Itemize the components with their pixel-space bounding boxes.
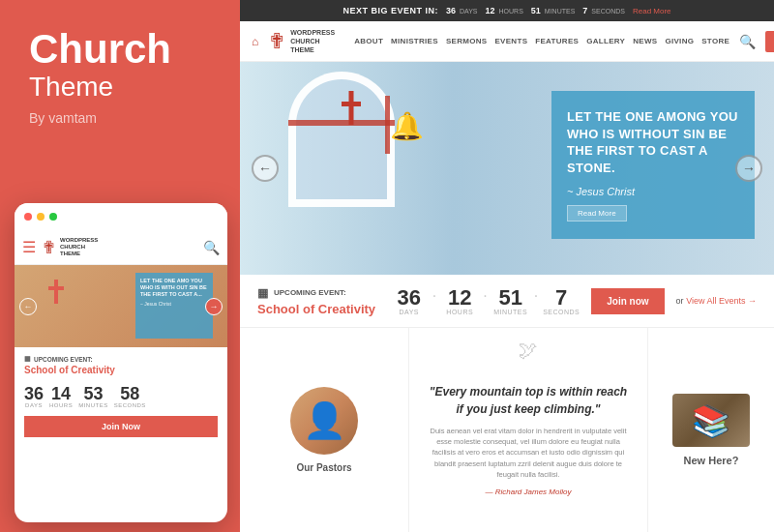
dot-red (24, 213, 32, 221)
top-bar-minutes: 51 MINUTES (531, 6, 576, 15)
top-bar-hours: 12 HOURS (486, 6, 523, 15)
mobile-event-section: ▦ UPCOMING EVENT: School of Creativity (15, 347, 227, 379)
event-label: UPCOMING EVENT: (274, 288, 346, 297)
nav-ministries[interactable]: MINISTRIES (391, 37, 438, 45)
bottom-section: 👤 Our Pastors 🕊 "Every mountain top is w… (240, 328, 774, 532)
mobile-logo-text: WORDPRESS CHURCH THEME (60, 237, 98, 258)
left-panel: Church Theme By vamtam ☰ ✟ WORDPRESS CHU… (0, 0, 240, 532)
calendar-icon: ▦ (24, 355, 31, 363)
join-button[interactable]: Join now (591, 288, 664, 314)
hero-quote-text: LET THE ONE AMONG YOU WHO IS WITHOUT SIN… (567, 108, 739, 176)
mobile-event-label: ▦ UPCOMING EVENT: (24, 355, 218, 363)
right-panel: NEXT BIG EVENT IN: 36 DAYS 12 HOURS 51 M… (240, 0, 774, 532)
count-seconds: 7 SECONDS (543, 287, 580, 315)
hero-quote-author: ~ Jesus Christ (567, 186, 739, 197)
nav-news[interactable]: NEWS (633, 37, 657, 45)
mobile-search-icon[interactable]: 🔍 (203, 240, 220, 255)
donate-button[interactable]: Donate (765, 31, 774, 52)
nav-logo-text: WORDPRESS CHURCH THEME (290, 28, 335, 54)
count-hours: 12 HOURS (441, 287, 478, 315)
mobile-count-seconds: 58 SECONDS (114, 385, 146, 408)
hero-prev-button[interactable]: ← (252, 155, 279, 182)
calendar-icon: ▦ (257, 286, 268, 300)
nav-store[interactable]: STORE (701, 37, 729, 45)
new-here-label: New Here? (684, 455, 739, 466)
mobile-mockup: ☰ ✟ WORDPRESS CHURCH THEME 🔍 ← LET THE O… (15, 203, 227, 522)
mobile-quote-text: LET THE ONE AMO YOU WHO IS WITH OUT SIN … (140, 278, 208, 298)
mobile-logo: ✟ WORDPRESS CHURCH THEME (42, 237, 98, 258)
top-bar: NEXT BIG EVENT IN: 36 DAYS 12 HOURS 51 M… (240, 0, 774, 21)
event-label-row: ▦ UPCOMING EVENT: (257, 286, 391, 300)
nav-gallery[interactable]: GALLERY (586, 37, 625, 45)
by-line: By vamtam (29, 110, 221, 126)
mobile-logo-icon: ✟ (42, 237, 56, 258)
theme-title: Church (29, 29, 221, 70)
top-bar-seconds: 7 SECONDS (582, 6, 625, 15)
nav-giving[interactable]: GIVING (665, 37, 694, 45)
dot-green (49, 213, 57, 221)
theme-subtitle: Theme (29, 72, 221, 103)
nav-items: ABOUT MINISTRIES SERMONS EVENTS FEATURES… (354, 37, 729, 45)
hero-quote-box: LET THE ONE AMONG YOU WHO IS WITHOUT SIN… (551, 91, 755, 239)
count-days: 36 DAYS (391, 287, 428, 315)
home-icon[interactable]: ⌂ (252, 35, 258, 48)
event-name: School of Creativity (257, 302, 391, 316)
count-sep-3: · (534, 288, 538, 304)
books-image: 📚 (672, 394, 750, 447)
pastor-section: 👤 Our Pastors (240, 328, 409, 532)
new-here-section: 📚 New Here? (648, 328, 774, 532)
mobile-count-days: 36 DAYS (24, 385, 44, 408)
books-icon: 📚 (692, 402, 730, 439)
ribbon-horizontal (288, 120, 395, 126)
view-all-link[interactable]: or View All Events → (676, 296, 757, 306)
pastor-image: 👤 (290, 387, 358, 455)
quote-section: 🕊 "Every mountain top is within reach if… (409, 328, 648, 532)
mobile-prev-button[interactable]: ← (19, 298, 37, 315)
nav-features[interactable]: FEATURES (535, 37, 579, 45)
view-all-text: View All Events → (686, 296, 757, 306)
main-nav: ⌂ ✟ WORDPRESS CHURCH THEME ABOUT MINISTR… (240, 21, 774, 62)
mobile-join-button[interactable]: Join Now (24, 416, 218, 437)
count-minutes: 51 MINUTES (492, 287, 529, 315)
mobile-hero-cross (48, 280, 64, 304)
ribbon-vertical (385, 96, 390, 154)
dot-yellow (37, 213, 45, 221)
count-sep-1: · (432, 288, 436, 304)
mobile-count-minutes: 53 MINUTES (78, 385, 108, 408)
event-info: ▦ UPCOMING EVENT: School of Creativity (257, 286, 391, 316)
quote-body: Duis aenean vel erat vitam dolor in hend… (429, 426, 628, 480)
mobile-nav: ☰ ✟ WORDPRESS CHURCH THEME 🔍 (15, 230, 227, 265)
hero-section: 🔔 LET THE ONE AMONG YOU WHO IS WITHOUT S… (240, 62, 774, 275)
mobile-event-name: School of Creativity (24, 365, 218, 375)
nav-logo-icon: ✟ (268, 29, 285, 54)
hero-read-more-button[interactable]: Read More (567, 205, 627, 222)
countdown-items: 36 DAYS · 12 HOURS · 51 MINUTES · 7 SECO… (391, 287, 580, 315)
mobile-next-button[interactable]: → (205, 298, 223, 315)
nav-logo: ✟ WORDPRESS CHURCH THEME (268, 28, 335, 54)
top-bar-read-more[interactable]: Read More (633, 7, 671, 15)
nav-about[interactable]: ABOUT (354, 37, 383, 45)
quote-main-text: "Every mountain top is within reach if y… (429, 383, 628, 418)
mobile-hero-quote: LET THE ONE AMO YOU WHO IS WITH OUT SIN … (135, 273, 213, 339)
nav-events[interactable]: EVENTS (494, 37, 527, 45)
mobile-countdown: 36 DAYS 14 HOURS 53 MINUTES 58 SECONDS (15, 379, 227, 414)
bell-icon: 🔔 (390, 110, 424, 142)
quote-attribution: — Richard James Molloy (486, 488, 572, 496)
bird-icon: 🕊 (519, 340, 538, 362)
event-bar: ▦ UPCOMING EVENT: School of Creativity 3… (240, 275, 774, 328)
hero-next-button[interactable]: → (735, 155, 762, 182)
mobile-hero: ← LET THE ONE AMO YOU WHO IS WITH OUT SI… (15, 265, 227, 347)
top-bar-label: NEXT BIG EVENT IN: (342, 6, 438, 15)
mobile-top-bar (15, 203, 227, 230)
nav-sermons[interactable]: SERMONS (446, 37, 488, 45)
count-sep-2: · (483, 288, 487, 304)
hamburger-icon[interactable]: ☰ (22, 238, 36, 256)
top-bar-days: 36 DAYS (446, 6, 478, 15)
pastor-label: Our Pastors (296, 462, 351, 473)
mobile-count-hours: 14 HOURS (49, 385, 73, 408)
nav-search-icon[interactable]: 🔍 (739, 34, 756, 49)
mobile-quote-author: ~ Jesus Christ (140, 301, 208, 307)
pastor-avatar: 👤 (303, 400, 346, 441)
